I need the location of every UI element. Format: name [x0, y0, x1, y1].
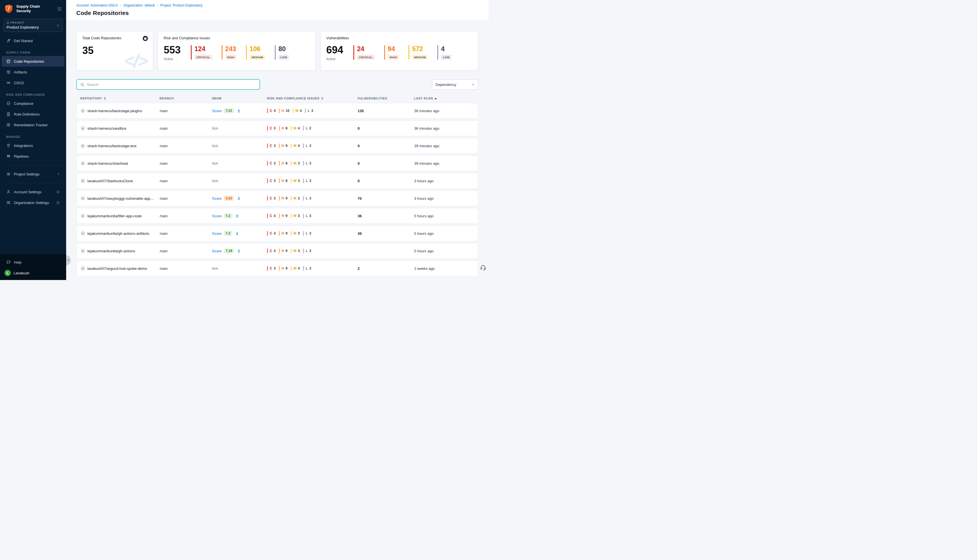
sidebar-item-project-settings[interactable]: Project Settings [2, 169, 65, 179]
risk-compliance-counts: C3 H8 M4 L2 [263, 126, 354, 131]
sidebar-item-remediation-tracker[interactable]: Remediation Tracker [2, 120, 65, 130]
table-row[interactable]: lavakush07/easybuggy-vulnerable-app… mai… [76, 190, 478, 206]
download-icon[interactable] [237, 249, 241, 253]
sidebar-item-account-settings[interactable]: Account Settings [2, 187, 65, 197]
severity-label: MEDIUM [250, 55, 265, 60]
sidebar-item-pipelines[interactable]: Pipelines [2, 151, 65, 162]
sbom-score-link[interactable]: Score [212, 214, 222, 218]
info-icon [56, 201, 60, 205]
project-selector[interactable]: PROJECT Product Exploratory [3, 18, 63, 32]
breadcrumb-organization-link[interactable]: Organization: default [123, 3, 155, 7]
high-count: H9 [279, 266, 291, 271]
table-row[interactable]: tejakummarikuntla/gh-actions-artifacts m… [76, 225, 478, 241]
breadcrumb-account-link[interactable]: Account: Automation-SSCA [76, 3, 118, 7]
low-count: L3 [303, 161, 315, 166]
medium-count: M4 [293, 108, 305, 113]
user-icon [6, 190, 11, 194]
vulnerability-count: 0 [354, 161, 410, 165]
column-header-risk-compliance[interactable]: RISK AND COMPLIANCE ISSUES [263, 97, 353, 100]
chevron-right-icon [57, 173, 60, 176]
sort-icon[interactable] [321, 97, 323, 100]
code-watermark-icon: </> [124, 50, 147, 71]
breadcrumb-project-link[interactable]: Project: Product Exploratory [160, 3, 202, 7]
last-scan: 5 hours ago [410, 214, 478, 218]
table-row[interactable]: lavakush07/StarbucksClone main Score N/A… [76, 173, 478, 189]
repository-name[interactable]: shash-harness/backstage-plugins [87, 109, 142, 113]
dependency-filter-dropdown[interactable]: Dependency [432, 79, 478, 90]
risk-compliance-counts: C3 H9 M4 L3 [263, 143, 354, 148]
content: Total Code Repositories 35 </> Risk and … [66, 20, 489, 280]
sidebar-item-help[interactable]: Help [2, 257, 65, 268]
repository-name[interactable]: lavakush07/StarbucksClone [87, 179, 133, 183]
high-count: H9 [279, 248, 291, 253]
sort-asc-icon[interactable] [434, 98, 437, 99]
sidebar-item-rule-definitions[interactable]: Rule Definitions [2, 109, 65, 120]
download-icon[interactable] [237, 109, 241, 113]
table-row[interactable]: shash-harness/shashwat main Score N/A C3… [76, 155, 478, 171]
card-title: Vulnerabilities [326, 36, 473, 40]
dropdown-value: Dependency [436, 83, 469, 87]
github-icon [142, 35, 149, 42]
high-count: H9 [279, 231, 291, 236]
sidebar-item-integrations[interactable]: Integrations [2, 140, 65, 151]
repository-name[interactable]: shash-harness/shashwat [87, 161, 128, 165]
sidebar-item-artifacts[interactable]: Artifacts [2, 67, 65, 77]
table-row[interactable]: shash-harness/backstage-test main Score … [76, 138, 478, 154]
low-count: L3 [303, 196, 315, 201]
help-floating-button[interactable] [479, 263, 488, 272]
document-icon [6, 112, 11, 117]
download-icon[interactable] [235, 214, 239, 218]
sidebar-item-label: Integrations [14, 143, 33, 148]
sbom-score-link[interactable]: Score [212, 232, 222, 236]
sidebar-item-label: Organization Settings [14, 201, 49, 205]
download-icon[interactable] [237, 197, 241, 200]
severity-label: HIGH [388, 55, 399, 60]
sidebar-item-compliance[interactable]: Compliance [2, 98, 65, 109]
risk-compliance-counts: C4 H10 M4 L3 [263, 108, 354, 113]
repository-name[interactable]: shash-harness/sandbox [87, 126, 126, 130]
branch-name: main [156, 161, 208, 165]
sort-icon[interactable] [104, 97, 106, 100]
severity-label: MEDIUM [412, 55, 428, 60]
last-scan: 2 weeks ago [410, 267, 478, 271]
repository-name[interactable]: tejakummarikuntla/gh-actions-artifacts [87, 232, 149, 236]
last-scan: 5 hours ago [410, 232, 478, 236]
high-count: H9 [279, 143, 291, 148]
high-count: H8 [279, 161, 291, 166]
search-input[interactable] [87, 83, 256, 87]
sbom-score-link[interactable]: Score [212, 109, 222, 113]
user-name: Lavakush [13, 271, 29, 275]
sidebar-item-get-started[interactable]: Get Started [2, 35, 65, 46]
sidebar-item-code-repositories[interactable]: Code Repositories [2, 56, 65, 67]
user-menu[interactable]: L Lavakush [0, 268, 66, 276]
medium-count: M3 [291, 161, 303, 166]
column-header-last-scan[interactable]: LAST SCAN [410, 97, 478, 100]
table-row[interactable]: shash-harness/backstage-plugins main Sco… [76, 103, 478, 119]
sidebar-item-label: Compliance [14, 102, 33, 106]
search-icon [80, 83, 85, 87]
repository-name[interactable]: tejakummarikuntla/filler-app-node [87, 214, 142, 218]
table-row[interactable]: tejakummarikuntla/gh-actions main Score … [76, 243, 478, 259]
column-header-repository[interactable]: REPOSITORY [76, 97, 155, 100]
sidebar-item-cicd[interactable]: CI/CD [2, 77, 65, 88]
table-row[interactable]: lavakush07/argocd-hub-spoke-demo main Sc… [76, 260, 478, 276]
critical-count: C4 [267, 108, 279, 113]
table-row[interactable]: tejakummarikuntla/filler-app-node main S… [76, 208, 478, 224]
table-row[interactable]: shash-harness/sandbox main Score N/A C3 … [76, 120, 478, 136]
severity-label: HIGH [225, 55, 236, 60]
repository-name[interactable]: shash-harness/backstage-test [87, 144, 136, 148]
sidebar-item-organization-settings[interactable]: Organization Settings [2, 197, 65, 208]
sbom-score-link[interactable]: Score [212, 249, 222, 253]
vulnerabilities-value: 694 [326, 44, 343, 56]
sbom-score-link[interactable]: Score [212, 197, 222, 201]
high-count: H8 [279, 126, 291, 131]
low-count: L3 [303, 266, 315, 271]
severity-label: CRITICAL [357, 55, 374, 60]
section-title-supply-chain: SUPPLY CHAIN [0, 46, 66, 56]
download-icon[interactable] [235, 232, 239, 235]
repository-name[interactable]: lavakush07/argocd-hub-spoke-demo [87, 267, 147, 271]
vulnerability-count: 0 [354, 144, 410, 148]
repository-name[interactable]: tejakummarikuntla/gh-actions [87, 249, 135, 253]
repository-name[interactable]: lavakush07/easybuggy-vulnerable-app… [87, 197, 154, 201]
app-switcher-grid-icon[interactable] [57, 6, 62, 12]
